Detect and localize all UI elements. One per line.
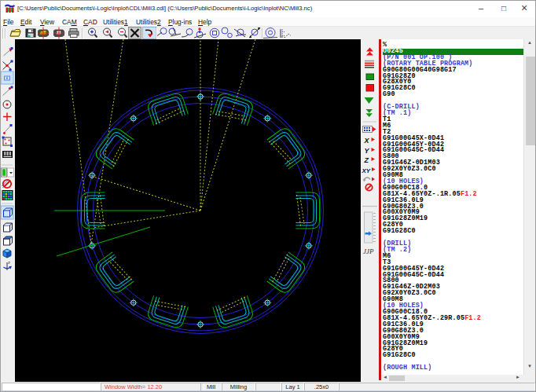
svg-text:Z: Z [364,156,369,164]
svg-text:X: X [364,137,370,145]
svg-text:XY: XY [362,167,371,174]
svg-text:Y: Y [365,147,370,155]
svg-text:JJP: JJP [363,247,374,255]
svg-text:z: z [8,260,10,265]
